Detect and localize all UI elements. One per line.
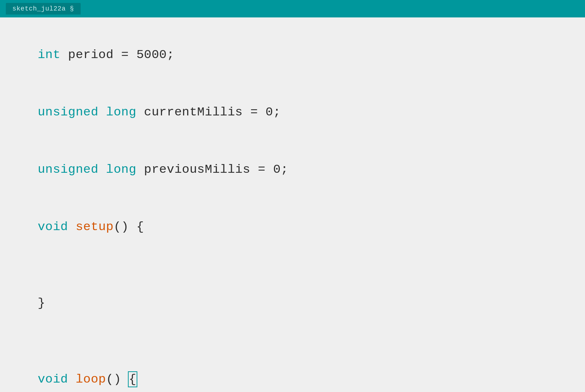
- code-line-1: int period = 5000;: [7, 26, 578, 83]
- code-text: currentMillis = 0;: [136, 105, 281, 119]
- cursor-brace-char: {: [129, 372, 137, 386]
- keyword-unsigned-long: unsigned long: [38, 105, 137, 119]
- code-line-4: void setup() {: [7, 198, 578, 256]
- code-text: () {: [114, 220, 144, 234]
- code-line-8: void loop() {: [7, 351, 578, 392]
- func-loop: loop: [76, 372, 106, 386]
- keyword-void: void: [38, 220, 68, 234]
- code-text: [68, 220, 76, 234]
- code-text: [68, 372, 76, 386]
- code-line-6: }: [7, 274, 578, 332]
- keyword-void-2: void: [38, 372, 68, 386]
- tab-sketch[interactable]: sketch_jul22a §: [6, 3, 81, 15]
- code-text: (): [106, 372, 129, 386]
- keyword-int: int: [38, 48, 61, 62]
- keyword-unsigned-long-2: unsigned long: [38, 163, 137, 176]
- func-setup: setup: [76, 220, 114, 234]
- code-line-2: unsigned long currentMillis = 0;: [7, 83, 578, 141]
- code-line-empty-2: [7, 332, 578, 351]
- code-text: previousMillis = 0;: [136, 163, 288, 176]
- code-line-empty-1: [7, 256, 578, 274]
- code-line-3: unsigned long previousMillis = 0;: [7, 141, 578, 198]
- code-text: }: [38, 296, 45, 310]
- editor-area[interactable]: int period = 5000; unsigned long current…: [0, 17, 585, 392]
- title-bar: sketch_jul22a §: [0, 0, 585, 17]
- code-text: period = 5000;: [60, 48, 174, 62]
